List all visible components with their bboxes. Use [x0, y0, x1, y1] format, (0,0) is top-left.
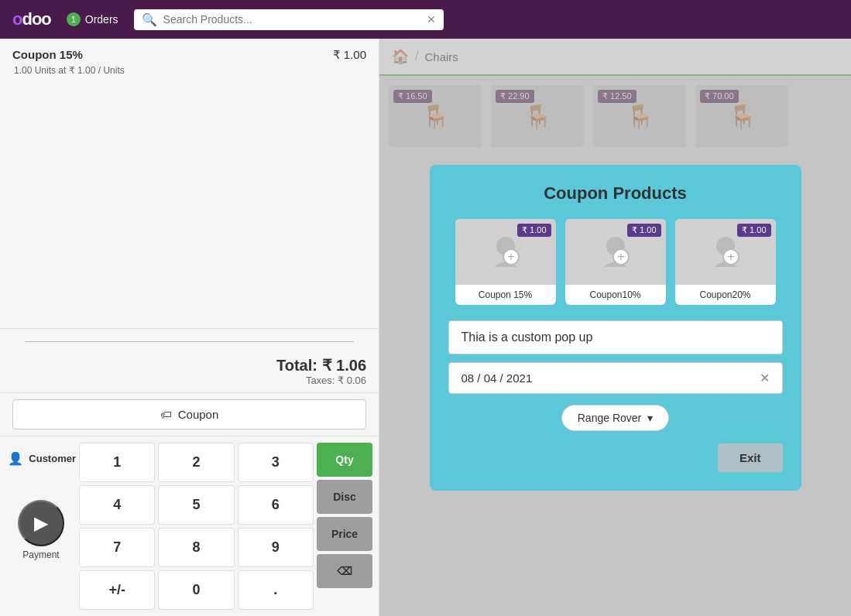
- num-plusminus[interactable]: +/-: [79, 570, 155, 610]
- search-input[interactable]: [163, 13, 420, 26]
- item-sub: 1.00 Units at ₹ 1.00 / Units: [14, 65, 366, 76]
- person-icon: 👤: [6, 446, 24, 471]
- svg-text:+: +: [617, 250, 624, 263]
- svg-text:+: +: [507, 250, 514, 263]
- custom-popup-text: Thia is a custom pop up: [448, 320, 783, 354]
- num-dot[interactable]: .: [238, 570, 314, 610]
- top-navigation: odoo 1 Orders 🔍 ✕: [0, 0, 851, 39]
- num-0[interactable]: 0: [158, 570, 234, 610]
- coupon-product-1[interactable]: + ₹ 1.00 Coupon 15%: [455, 219, 556, 305]
- action-col: Qty Disc Price ⌫: [317, 443, 372, 610]
- modal-overlay: Coupon Products + ₹ 1.00: [379, 39, 851, 616]
- num-1[interactable]: 1: [79, 443, 155, 482]
- num-2[interactable]: 2: [158, 443, 234, 482]
- num-9[interactable]: 9: [238, 528, 314, 567]
- taxes-label: Taxes:: [306, 375, 335, 386]
- num-4[interactable]: 4: [79, 485, 155, 525]
- payment-area: ▶ Payment: [18, 500, 64, 560]
- order-total-area: Total: ₹ 1.06 Taxes: ₹ 0.06: [0, 328, 379, 392]
- orders-badge: 1: [67, 12, 81, 26]
- disc-button[interactable]: Disc: [317, 480, 372, 514]
- coupon-name-2: Coupon10%: [565, 285, 666, 305]
- backspace-button[interactable]: ⌫: [317, 554, 372, 588]
- coupon-products-modal: Coupon Products + ₹ 1.00: [430, 165, 801, 491]
- bottom-section: 👤 Customer ▶ Payment 1 2 3 4 5 6: [0, 436, 379, 616]
- total-line: Total: ₹ 1.06: [12, 356, 366, 375]
- modal-title: Coupon Products: [448, 183, 783, 204]
- tax-line: Taxes: ₹ 0.06: [12, 375, 366, 386]
- taxes-value: ₹ 0.06: [338, 375, 366, 386]
- range-dropdown[interactable]: Range Rover ▾: [561, 405, 670, 431]
- orders-button[interactable]: 1 Orders: [67, 12, 118, 26]
- item-name: Coupon 15%: [12, 48, 83, 61]
- svg-text:+: +: [727, 250, 734, 263]
- coupon-label: Coupon: [178, 408, 219, 421]
- coupon-products-grid: + ₹ 1.00 Coupon 15%: [448, 219, 783, 305]
- search-icon: 🔍: [142, 12, 157, 27]
- num-6[interactable]: 6: [238, 485, 314, 525]
- num-5[interactable]: 5: [158, 485, 234, 525]
- coupon-price-2: ₹ 1.00: [627, 224, 661, 237]
- modal-footer: Exit: [448, 443, 783, 472]
- customer-label: Customer: [29, 453, 76, 464]
- total-value: ₹ 1.06: [322, 357, 366, 374]
- num-3[interactable]: 3: [238, 443, 314, 482]
- num-7[interactable]: 7: [79, 528, 155, 567]
- odoo-logo: odoo: [12, 9, 51, 29]
- coupon-price-3: ₹ 1.00: [737, 224, 770, 237]
- total-label: Total:: [276, 357, 317, 374]
- order-divider: [25, 341, 354, 342]
- order-items: Coupon 15% ₹ 1.00 1.00 Units at ₹ 1.00 /…: [0, 39, 379, 328]
- order-item-row: Coupon 15% ₹ 1.00: [12, 48, 366, 62]
- tag-icon: 🏷: [160, 408, 172, 421]
- main-layout: Coupon 15% ₹ 1.00 1.00 Units at ₹ 1.00 /…: [0, 39, 851, 616]
- left-controls: 👤 Customer ▶ Payment: [6, 443, 76, 610]
- right-panel: 🏠 / Chairs 🪑 ₹ 16.50 🪑 ₹ 22.90 🪑 ₹ 12.50…: [379, 39, 851, 616]
- left-panel: Coupon 15% ₹ 1.00 1.00 Units at ₹ 1.00 /…: [0, 39, 379, 616]
- coupon-price-1: ₹ 1.00: [517, 224, 551, 237]
- qty-button[interactable]: Qty: [317, 443, 372, 477]
- payment-button[interactable]: ▶: [18, 500, 64, 546]
- date-field[interactable]: 08 / 04 / 2021 ✕: [448, 362, 783, 394]
- coupon-section: 🏷 Coupon: [0, 392, 379, 436]
- search-clear-icon[interactable]: ✕: [427, 13, 436, 26]
- chevron-down-icon: ▾: [647, 412, 653, 424]
- item-price: ₹ 1.00: [333, 48, 366, 62]
- payment-label: Payment: [18, 549, 64, 560]
- date-clear-icon[interactable]: ✕: [760, 371, 770, 385]
- orders-label: Orders: [85, 13, 118, 26]
- coupon-button[interactable]: 🏷 Coupon: [12, 399, 366, 429]
- exit-button[interactable]: Exit: [718, 443, 783, 472]
- num-grid: 1 2 3 4 5 6 7 8 9 +/- 0 .: [79, 443, 314, 610]
- coupon-product-3[interactable]: + ₹ 1.00 Coupon20%: [675, 219, 776, 305]
- customer-row-inline: 👤 Customer: [6, 446, 76, 471]
- price-button[interactable]: Price: [317, 517, 372, 551]
- coupon-name-1: Coupon 15%: [455, 285, 556, 305]
- dropdown-row: Range Rover ▾: [448, 405, 783, 431]
- date-value: 08 / 04 / 2021: [462, 371, 533, 385]
- coupon-name-3: Coupon20%: [675, 285, 776, 305]
- range-dropdown-label: Range Rover: [578, 412, 642, 424]
- num-8[interactable]: 8: [158, 528, 234, 567]
- numpad-wrapper: 👤 Customer ▶ Payment 1 2 3 4 5 6: [0, 436, 379, 616]
- search-bar: 🔍 ✕: [134, 9, 444, 30]
- coupon-product-2[interactable]: + ₹ 1.00 Coupon10%: [565, 219, 666, 305]
